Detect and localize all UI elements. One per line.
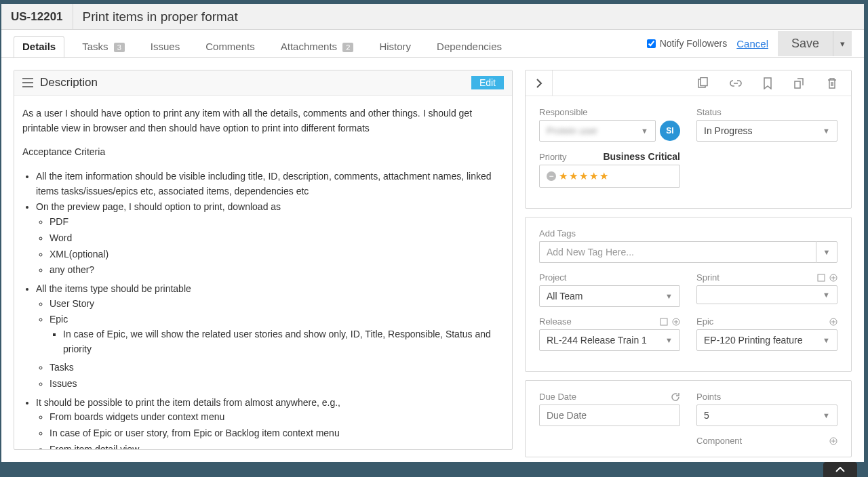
add-icon[interactable] [672, 318, 680, 326]
criteria-sub: Issues [50, 377, 504, 392]
tab-attachments-label: Attachments [281, 41, 337, 52]
header: US-12201 Print items in proper format [1, 4, 864, 30]
chevron-down-icon: ▼ [823, 127, 830, 135]
link-icon[interactable] [729, 77, 743, 89]
tab-attachments-badge: 2 [342, 43, 353, 52]
save-dropdown-button[interactable]: ▾ [833, 31, 852, 56]
notify-followers-checkbox[interactable] [647, 39, 656, 48]
epic-select[interactable]: EP-120 Printing feature ▼ [696, 329, 837, 351]
footer-expand-button[interactable] [823, 462, 857, 477]
tags-dropdown-button[interactable]: ▼ [816, 241, 837, 263]
tab-dependencies[interactable]: Dependencies [429, 37, 510, 58]
status-select[interactable]: In Progress ▼ [696, 120, 837, 142]
svg-rect-2 [818, 274, 825, 281]
reset-icon[interactable] [671, 392, 680, 402]
story-title: Print items in proper format [73, 4, 248, 29]
star-icon: ★ [579, 170, 588, 182]
criteria-item: On the preview page, I should option to … [36, 200, 504, 277]
collapse-panel-button[interactable] [526, 70, 553, 96]
chevron-down-icon: ▼ [641, 127, 648, 135]
status-value: In Progress [704, 125, 753, 136]
criteria-item: All the item information should be visib… [36, 169, 504, 199]
tab-row: Details Tasks 3 Issues Comments Attachme… [1, 30, 864, 58]
story-id: US-12201 [1, 4, 73, 29]
criteria-sub: any other? [50, 263, 504, 278]
priority-text: Business Critical [603, 151, 680, 162]
criteria-sub: Word [50, 231, 504, 246]
notify-followers[interactable]: Notify Followers [647, 38, 728, 49]
tab-tasks[interactable]: Tasks 3 [74, 37, 133, 58]
add-icon[interactable] [829, 437, 837, 445]
tab-comments[interactable]: Comments [197, 37, 263, 58]
tab-issues[interactable]: Issues [142, 37, 188, 58]
priority-stars[interactable]: − ★ ★ ★ ★ ★ [539, 165, 680, 188]
svg-rect-4 [660, 318, 667, 325]
avatar[interactable]: SI [660, 121, 680, 141]
chevron-down-icon: ▼ [823, 411, 830, 419]
criteria-sub: User Story [50, 297, 504, 312]
tags-input[interactable]: Add New Tag Here... [539, 241, 816, 263]
criteria-sub: From boards widgets under context menu [50, 410, 504, 425]
svg-rect-1 [701, 77, 707, 85]
chevron-down-icon: ▼ [665, 292, 673, 300]
release-value: RL-244 Release Train 1 [547, 335, 647, 346]
open-icon[interactable] [817, 274, 825, 282]
project-select[interactable]: All Team ▼ [539, 285, 680, 307]
criteria-sub2: In case of Epic, we will show the relate… [63, 327, 504, 356]
criteria-sub: From item detail view [50, 442, 504, 449]
sprint-label: Sprint [696, 272, 813, 283]
points-select[interactable]: 5 ▼ [696, 405, 837, 426]
copy-icon[interactable] [696, 77, 709, 89]
project-value: All Team [547, 291, 583, 302]
tab-details[interactable]: Details [14, 36, 64, 58]
due-date-input[interactable] [539, 405, 680, 426]
criteria-sub: Epic In case of Epic, we will show the r… [50, 312, 504, 356]
responsible-label: Responsible [539, 107, 680, 117]
cancel-button[interactable]: Cancel [736, 38, 768, 49]
epic-label: Epic [696, 316, 825, 327]
release-label: Release [539, 316, 656, 327]
save-button[interactable]: Save [778, 31, 833, 56]
add-icon[interactable] [829, 318, 837, 326]
schedule-panel: Due Date Points 5 ▼ [525, 380, 852, 457]
star-icon: ★ [589, 170, 598, 182]
tags-panel: Add Tags Add New Tag Here... ▼ Project A… [525, 217, 852, 372]
star-icon: ★ [599, 170, 608, 182]
criteria-sub: PDF [50, 215, 504, 230]
bookmark-icon[interactable] [763, 77, 772, 89]
release-select[interactable]: RL-244 Release Train 1 ▼ [539, 329, 680, 351]
description-title: Description [40, 76, 98, 89]
responsible-select[interactable]: Protein user ▼ [539, 120, 656, 142]
points-value: 5 [704, 410, 709, 421]
chevron-up-icon [835, 467, 845, 472]
star-icon: ★ [559, 170, 568, 182]
sprint-select[interactable]: ▼ [696, 285, 837, 304]
priority-label: Priority [539, 152, 566, 162]
criteria-item: All the items type should be printable U… [36, 282, 504, 392]
properties-panel: Responsible Protein user ▼ SI Status [525, 70, 852, 209]
criteria-item: It should be possible to print the item … [36, 396, 504, 449]
chevron-right-icon [536, 79, 542, 88]
notify-followers-label: Notify Followers [660, 38, 728, 49]
epic-value: EP-120 Printing feature [704, 335, 803, 346]
criteria-sub: XML(optional) [50, 247, 504, 262]
tab-history[interactable]: History [371, 37, 419, 58]
edit-button[interactable]: Edit [471, 76, 504, 89]
criteria-sub: In case of Epic or user story, from Epic… [50, 426, 504, 441]
star-icon: ★ [569, 170, 578, 182]
acceptance-criteria-label: Acceptance Criteria [22, 145, 504, 160]
description-body: As a user I should have option to print … [14, 96, 512, 449]
clear-priority-icon[interactable]: − [547, 171, 556, 181]
trash-icon[interactable] [827, 77, 837, 89]
description-panel: Description Edit As a user I should have… [14, 70, 513, 450]
project-label: Project [539, 272, 680, 283]
chevron-down-icon: ▼ [665, 336, 673, 344]
duplicate-icon[interactable] [793, 77, 806, 89]
tab-attachments[interactable]: Attachments 2 [273, 37, 362, 58]
points-label: Points [696, 392, 837, 402]
component-label: Component [696, 436, 825, 446]
menu-icon [22, 78, 33, 87]
open-icon[interactable] [660, 318, 668, 326]
add-icon[interactable] [829, 274, 837, 282]
status-label: Status [696, 107, 837, 117]
